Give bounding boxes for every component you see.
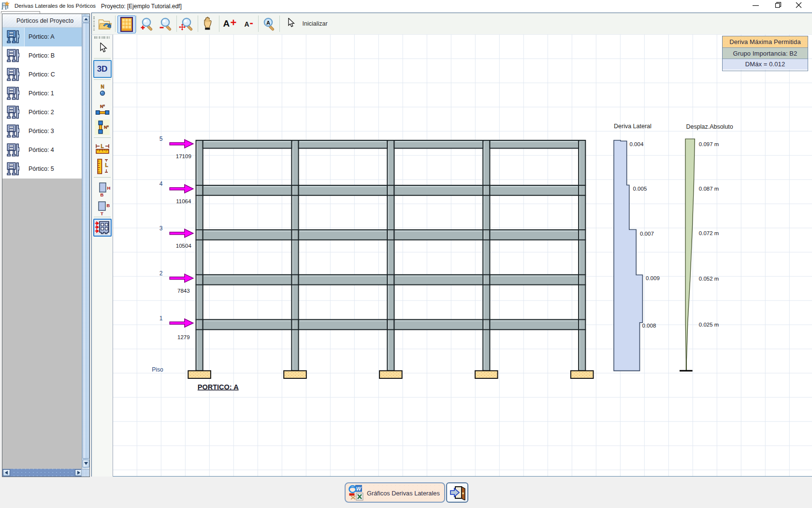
svg-text:T: T bbox=[101, 210, 103, 215]
svg-text:N: N bbox=[101, 84, 104, 89]
svg-text:0.007: 0.007 bbox=[640, 231, 654, 237]
svg-text:5: 5 bbox=[160, 135, 163, 142]
svg-text:7843: 7843 bbox=[177, 288, 190, 294]
svg-text:1: 1 bbox=[160, 315, 163, 322]
svg-text:Piso: Piso bbox=[152, 366, 163, 373]
svg-text:0.009: 0.009 bbox=[646, 275, 660, 281]
svg-text:2: 2 bbox=[160, 270, 163, 277]
svg-text:Nº: Nº bbox=[100, 104, 105, 109]
svg-text:L: L bbox=[101, 144, 103, 149]
svg-text:0.025 m: 0.025 m bbox=[699, 322, 719, 328]
svg-text:11064: 11064 bbox=[176, 198, 191, 204]
svg-text:17109: 17109 bbox=[176, 153, 191, 159]
svg-text:0.052 m: 0.052 m bbox=[699, 276, 719, 282]
svg-text:0.004: 0.004 bbox=[630, 141, 644, 147]
svg-text:H: H bbox=[107, 185, 110, 190]
svg-text:0.072 m: 0.072 m bbox=[699, 230, 719, 236]
svg-text:PORTICO: A: PORTICO: A bbox=[198, 383, 239, 391]
svg-text:B: B bbox=[106, 202, 110, 208]
svg-text:4: 4 bbox=[160, 180, 163, 187]
svg-text:Deriva Lateral: Deriva Lateral bbox=[614, 123, 652, 130]
svg-text:0.097 m: 0.097 m bbox=[699, 141, 719, 147]
svg-text:L: L bbox=[105, 163, 108, 168]
svg-text:0.008: 0.008 bbox=[642, 323, 656, 329]
svg-text:0.087 m: 0.087 m bbox=[699, 186, 719, 192]
svg-text:W: W bbox=[356, 486, 362, 492]
svg-text:A: A bbox=[266, 20, 270, 26]
svg-text:3: 3 bbox=[160, 225, 163, 232]
svg-text:Desplaz.Absoluto: Desplaz.Absoluto bbox=[686, 123, 733, 130]
svg-text:Nº: Nº bbox=[104, 125, 109, 130]
svg-text:1279: 1279 bbox=[177, 334, 190, 340]
svg-text:B: B bbox=[100, 192, 103, 196]
svg-text:10504: 10504 bbox=[176, 243, 192, 249]
svg-text:0.005: 0.005 bbox=[633, 186, 647, 192]
